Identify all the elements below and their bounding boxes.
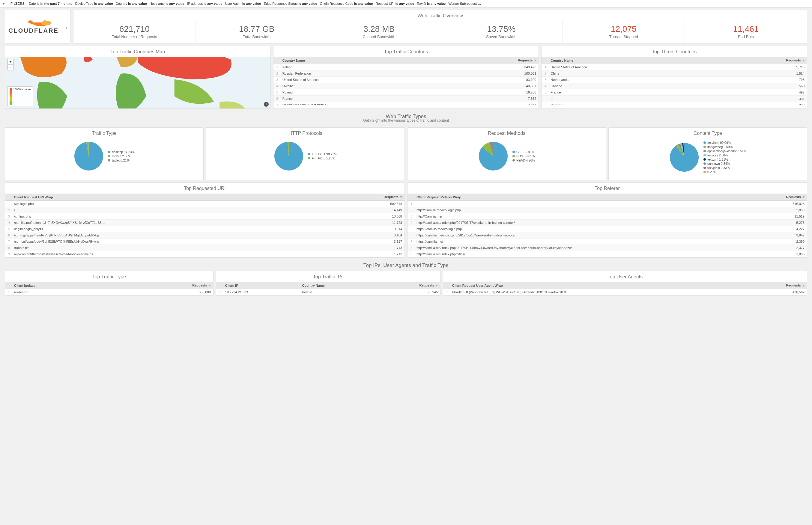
world-map[interactable]: + − 10000 or more 1 i [5,57,270,108]
legend-item[interactable]: tablet 0.21% [108,159,134,162]
filters-bar[interactable]: FILTERS Date is in the past 7 months Dev… [0,0,812,7]
filter-item[interactable]: Country is any value [116,2,147,5]
table-row[interactable]: 7https://camilia.me/2,390 [408,239,807,245]
table-row[interactable]: 5France497 [542,89,807,95]
table-row[interactable]: 8/robots.txt1,743 [5,245,404,251]
table-row[interactable]: 1185.234.218.33Ireland96,945 [216,289,440,296]
table-row[interactable]: 1Ireland349,478 [274,64,539,71]
filters-expand-icon[interactable] [3,2,4,5]
top-referer-table[interactable]: Client Request Referer WrapRequests ▾1 5… [408,194,807,257]
table-row[interactable]: 9http://camilia.me/index.php/cities/1,89… [408,251,807,257]
sort-desc-icon[interactable]: ▾ [534,58,536,62]
threat-countries-table[interactable]: Country NameRequests ▾1United States of … [542,57,807,105]
table-row[interactable]: 1Mozilla/5.0 (Windows NT 6.1; WOW64; rv:… [443,289,807,296]
column-header[interactable]: Requests ▾ [713,57,807,64]
legend-item[interactable]: unknown 0.34% [704,162,746,165]
table-row[interactable]: 2China1,514 [542,71,807,77]
filter-item[interactable]: IP address is any value [187,2,222,5]
filter-item[interactable]: Device Type is any value [75,2,113,5]
table-row[interactable]: 8http://camilia.me/index.php/2017/05/14/… [408,245,807,251]
stat-tile[interactable]: 11,461Bad Bots [685,21,807,43]
stat-tile[interactable]: 18.77 GBTotal Bandwidth [196,21,318,43]
table-row[interactable]: 1noRecord568,088 [5,289,213,296]
column-header[interactable]: Client Request URI Wrap [12,194,328,201]
filter-item[interactable]: Request URI is any value [376,2,414,5]
table-row[interactable]: 7/cdn-cgi/apps/body/3Lh52SjWTQ4HRlErJykH… [5,239,404,245]
legend-item[interactable]: text/plain 0.33% [704,166,746,170]
legend-item[interactable]: desktop 97.23% [108,150,134,154]
table-row[interactable]: 7United Kingdom (Great Britain)3,877 [274,102,539,105]
pie-chart[interactable] [669,142,699,172]
legend-item[interactable]: image/jpeg 2.59% [704,145,746,149]
filter-item[interactable]: RayID is any value [417,2,446,5]
legend-item[interactable]: GET 85.93% [513,150,535,154]
legend-item[interactable]: POST 9.81% [513,154,535,158]
column-header[interactable]: Country Name [548,57,713,64]
table-row[interactable]: 4/camilia.me?token=s3+7k6XQvKwzp5/4XSs4r… [5,220,404,226]
sort-desc-icon[interactable]: ▾ [400,195,402,199]
sort-desc-icon[interactable]: ▾ [803,284,804,287]
column-header[interactable]: Client Request Referer Wrap [414,194,757,201]
filter-item[interactable]: Edge Response Status is any value [264,2,317,5]
table-row[interactable]: 9/wp-content/themes/ashe/assets/css/font… [5,251,404,257]
table-row[interactable]: 6/cdn-cgi/apps/head/xVgyKhR-vV3dAUGhMqfB… [5,232,404,239]
stat-tile[interactable]: 621,710Total Number of Requests [73,21,196,43]
column-header[interactable]: Country Name [280,57,456,64]
table-row[interactable]: 2/14,149 [5,207,404,213]
column-header[interactable]: Client IP [223,282,300,289]
legend-item[interactable]: HTTP/1.1 98.72% [308,152,337,156]
legend-item[interactable]: text/xml 1.51% [704,158,746,161]
table-row[interactable]: 3United States of America83,100 [274,77,539,83]
column-header[interactable]: Requests ▾ [376,282,440,289]
top-user-agents-table[interactable]: Client Request User Agent WrapRequests ▾… [443,282,807,296]
table-row[interactable]: 5/login/?login_only=19,014 [5,226,404,232]
legend-item[interactable]: HTTP/1.0 1.28% [308,156,337,160]
legend-item[interactable]: 0.20% [704,170,746,174]
column-header[interactable]: Client Ipclass [12,282,118,289]
map-zoom[interactable]: + − [8,59,14,71]
column-header[interactable]: Requests ▾ [118,282,213,289]
legend-item[interactable]: text/html 90.06% [704,141,746,145]
table-row[interactable]: 5Poland16,760 [274,89,539,95]
filter-item[interactable]: User Agent is any value [225,2,261,5]
sort-desc-icon[interactable]: ▾ [209,284,211,287]
table-row[interactable]: 3/xmlrpc.php13,568 [5,213,404,220]
stat-tile[interactable]: 12,075Threats Stopped [562,21,685,43]
sort-desc-icon[interactable]: ▾ [803,195,804,199]
column-header[interactable]: Requests ▾ [757,194,807,201]
legend-item[interactable]: mobile 2.56% [108,154,134,158]
table-row[interactable]: 4http://camilia.me/index.php/2017/06/17/… [408,220,807,226]
pie-chart[interactable] [74,141,104,171]
top-uri-table[interactable]: Client Request URI WrapRequests ▾1/wp-lo… [5,194,404,257]
column-header[interactable]: Requests ▾ [456,57,538,64]
stat-tile[interactable]: 13.75%Saved Bandwidth [440,21,562,43]
table-row[interactable]: 2http://Camilia.me/wp-login.php52,050 [408,207,807,213]
top-traffic-ips-table[interactable]: Client IPCountry NameRequests ▾1185.234.… [216,282,440,296]
table-row[interactable]: 6https://camilia.me/index.php/2017/06/17… [408,232,807,239]
legend-item[interactable]: application/javascript 2.51% [704,149,746,153]
filter-item[interactable]: Hostname is any value [150,2,184,5]
table-row[interactable]: 2Russian Federation100,061 [274,71,539,77]
table-row[interactable]: 6∅331 [542,95,807,102]
table-row[interactable]: 1 516,028 [408,201,807,207]
column-header[interactable]: Requests ▾ [328,194,404,201]
table-row[interactable]: 7Germany330 [542,102,807,105]
table-row[interactable]: 1/wp-login.php502,848 [5,201,404,207]
pie-chart[interactable] [478,141,508,171]
table-row[interactable]: 3Netherlands795 [542,77,807,83]
table-row[interactable]: 6France7,562 [274,95,539,102]
column-header[interactable]: Client Request User Agent Wrap [450,282,748,289]
stat-tile[interactable]: 3.28 MBCached Bandwidth [318,21,441,43]
zoom-out-icon[interactable]: − [8,65,13,70]
sort-desc-icon[interactable]: ▾ [803,58,804,62]
top-traffic-type-table[interactable]: Client IpclassRequests ▾1noRecord568,088 [5,282,213,296]
filter-item[interactable]: Origin Response Code is any value [320,2,373,5]
legend-item[interactable]: text/css 2.06% [704,153,746,157]
filter-item[interactable]: Date is in the past 7 months [29,2,72,5]
table-row[interactable]: 3http://Camilia.me/11,519 [408,213,807,220]
column-header[interactable]: Country Name [299,282,375,289]
zoom-in-icon[interactable]: + [8,59,13,65]
pie-chart[interactable] [274,141,304,171]
table-row[interactable]: 4Canada560 [542,83,807,89]
traffic-countries-table[interactable]: Country NameRequests ▾1Ireland349,4782Ru… [274,57,539,105]
